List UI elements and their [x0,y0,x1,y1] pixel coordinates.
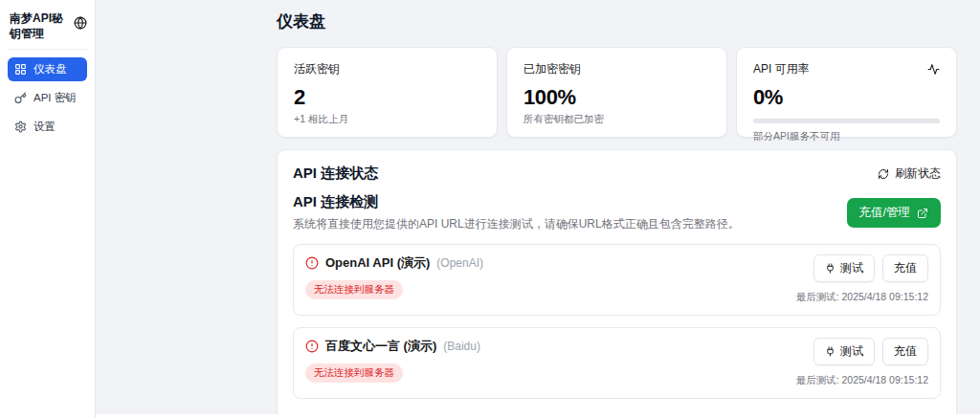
globe-icon[interactable] [74,16,87,30]
main-area: 仪表盘 活跃密钥 2 +1 相比上月 已加密密钥 100% 所有密钥都已加密 A… [96,0,980,418]
api-row-baidu: 百度文心一言 (演示) (Baidu) 无法连接到服务器 测试 [293,327,941,399]
stat-value: 2 [294,85,480,110]
sidebar: 南梦API秘钥管理 仪表盘 API 密钥 [0,0,96,418]
api-row-left: 百度文心一言 (演示) (Baidu) 无法连接到服务器 [305,338,480,387]
stat-label: 已加密密钥 [523,61,710,77]
manage-label: 充值/管理 [859,205,910,221]
refresh-icon [878,168,889,180]
plug-icon [825,263,835,274]
stat-card-encrypted-keys: 已加密密钥 100% 所有密钥都已加密 [506,47,727,138]
recharge-button[interactable]: 充值 [882,254,928,282]
activity-pulse-icon [927,63,940,76]
refresh-status-button[interactable]: 刷新状态 [878,165,941,182]
connection-status-badge: 无法连接到服务器 [305,363,403,383]
panel-title: API 连接状态 [293,165,378,183]
api-row-openai: OpenAI API (演示) (OpenAI) 无法连接到服务器 测试 [293,244,941,316]
alert-circle-icon [305,340,319,353]
stat-value: 100% [523,85,710,110]
test-label: 测试 [840,260,863,276]
recharge-label: 充值 [894,260,917,276]
test-label: 测试 [840,343,863,360]
sidebar-item-settings[interactable]: 设置 [8,115,87,139]
footnote-line: 连接状态每天自动更新一次，点击"测试"按钮可立即测试单个API的连接状态 [293,411,941,418]
page-title: 仪表盘 [277,11,957,33]
api-provider: (OpenAI) [436,256,483,270]
api-name: 百度文心一言 (演示) [325,338,436,355]
sidebar-item-dashboard[interactable]: 仪表盘 [8,57,87,81]
gear-icon [14,121,27,133]
stat-label: 活跃密钥 [294,61,480,77]
sidebar-item-label: API 密钥 [33,91,77,105]
stat-subtext: 所有密钥都已加密 [523,113,710,126]
section-text: API 连接检测 系统将直接使用您提供的API URL进行连接测试，请确保URL… [293,193,740,232]
external-link-icon [917,208,928,219]
api-row-right: 测试 充值 最后测试: 2025/4/18 09:15:12 [796,254,928,304]
refresh-label: 刷新状态 [895,165,941,182]
panel-footnote: 连接状态每天自动更新一次，点击"测试"按钮可立即测试单个API的连接状态 点击"… [293,411,941,418]
sidebar-nav: 仪表盘 API 密钥 设置 [8,57,87,139]
api-row-left: OpenAI API (演示) (OpenAI) 无法连接到服务器 [305,254,483,304]
stat-card-api-availability: API 可用率 0% 部分API服务不可用 [736,47,957,138]
dashboard-grid-icon [14,63,27,76]
stats-row: 活跃密钥 2 +1 相比上月 已加密密钥 100% 所有密钥都已加密 API 可… [277,47,957,138]
alert-circle-icon [305,256,319,270]
recharge-button[interactable]: 充值 [882,338,928,365]
sidebar-item-api-keys[interactable]: API 密钥 [8,86,87,110]
stat-subtext: +1 相比上月 [294,113,480,126]
last-test-timestamp: 最后测试: 2025/4/18 09:15:12 [796,291,928,304]
stat-value: 0% [753,85,940,110]
stat-card-active-keys: 活跃密钥 2 +1 相比上月 [277,47,498,138]
section-description: 系统将直接使用您提供的API URL进行连接测试，请确保URL格式正确且包含完整… [293,216,740,232]
sidebar-item-label: 仪表盘 [33,62,67,77]
api-provider: (Baidu) [443,340,480,353]
api-row-right: 测试 充值 最后测试: 2025/4/18 09:15:12 [796,338,928,387]
last-test-timestamp: 最后测试: 2025/4/18 09:15:12 [796,374,928,387]
test-button[interactable]: 测试 [813,254,875,282]
plug-icon [825,346,835,357]
api-status-panel: API 连接状态 刷新状态 API 连接检测 系统将直接使用您提供的API UR… [277,149,957,418]
stat-subtext: 部分API服务不可用 [753,130,940,143]
app-window: 南梦API秘钥管理 仪表盘 API 密钥 [0,0,980,418]
api-name: OpenAI API (演示) [325,254,430,272]
sidebar-header: 南梦API秘钥管理 [8,9,87,50]
sidebar-item-label: 设置 [33,120,56,134]
test-button[interactable]: 测试 [813,338,875,365]
key-icon [14,92,27,104]
availability-progress-bar [753,119,940,123]
recharge-label: 充值 [894,343,917,360]
app-title: 南梦API秘钥管理 [10,11,70,41]
connection-status-badge: 无法连接到服务器 [305,280,403,299]
section-title: API 连接检测 [293,193,740,211]
recharge-manage-button[interactable]: 充值/管理 [847,198,941,228]
stat-label: API 可用率 [753,61,810,77]
